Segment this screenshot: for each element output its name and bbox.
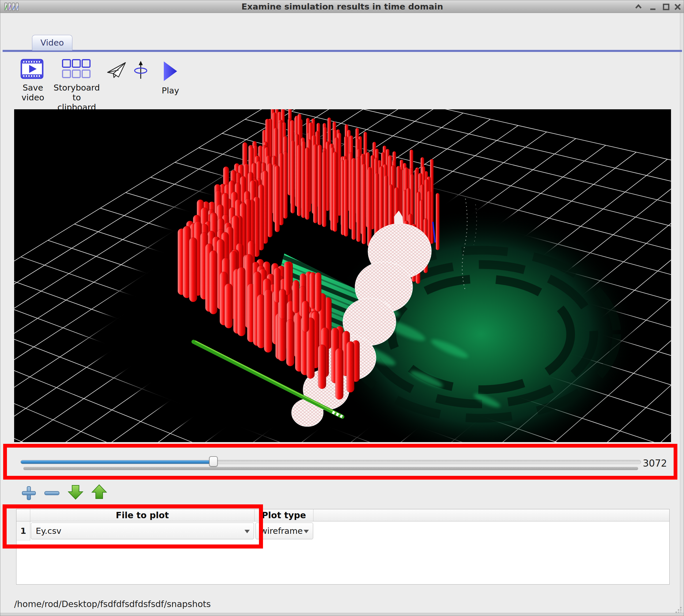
timeline-scrollbar[interactable]	[23, 467, 638, 470]
maximize-button[interactable]	[661, 2, 671, 12]
simulation-3d-canvas	[14, 109, 671, 442]
column-header-file-to-plot[interactable]: File to plot	[30, 509, 255, 522]
send-view-button[interactable]	[106, 61, 127, 79]
dropdown-arrow-icon	[245, 530, 250, 533]
files-table[interactable]: File to plot Plot type 1 Ey.csv wirefram…	[16, 509, 669, 585]
window-bottom-edge	[0, 613, 684, 616]
file-to-plot-value: Ey.csv	[36, 526, 61, 536]
timeline-slider[interactable]	[20, 460, 641, 464]
simulation-3d-view[interactable]	[14, 109, 671, 442]
close-button[interactable]	[673, 2, 683, 12]
move-row-up-button[interactable]	[91, 484, 107, 500]
timeline-slider-fill	[21, 460, 214, 464]
status-path: /home/rod/Desktop/fsdfdfsdfdsfsdf/snapsh…	[14, 599, 211, 609]
file-to-plot-dropdown[interactable]: Ey.csv	[31, 523, 254, 539]
storyboard-button[interactable]: Storyboardto clipboard	[52, 57, 101, 112]
remove-row-button[interactable]	[44, 485, 60, 501]
window-title: Examine simulation results in time domai…	[0, 0, 684, 13]
shade-button[interactable]	[634, 2, 643, 12]
add-row-button[interactable]	[21, 485, 37, 501]
storyboard-icon	[62, 59, 91, 79]
resize-grip[interactable]	[675, 606, 683, 614]
column-header-empty	[313, 509, 669, 522]
play-icon	[163, 61, 178, 82]
timeline-slider-handle[interactable]	[209, 456, 218, 467]
save-video-icon	[20, 58, 44, 81]
app-window: { "window": { "title": "Examine simulati…	[0, 0, 684, 616]
minimize-button[interactable]	[648, 2, 658, 12]
save-video-button[interactable]: Savevideo	[14, 57, 52, 112]
title-bar[interactable]: Examine simulation results in time domai…	[0, 0, 684, 13]
row-header-1[interactable]: 1	[17, 522, 30, 541]
tab-underline	[3, 50, 682, 52]
timeline-value: 3072	[643, 458, 671, 469]
move-row-down-button[interactable]	[68, 484, 83, 500]
column-header-plot-type[interactable]: Plot type	[255, 509, 313, 522]
plot-type-dropdown[interactable]: wireframe	[256, 523, 313, 539]
window-right-edge	[680, 13, 684, 613]
table-corner	[17, 509, 30, 522]
storyboard-label: Storyboardto clipboard	[52, 83, 101, 112]
tab-video[interactable]: Video	[32, 35, 72, 50]
dropdown-arrow-icon	[304, 530, 309, 533]
tab-video-label: Video	[40, 38, 64, 48]
play-button[interactable]: Play	[153, 58, 188, 101]
play-label: Play	[153, 86, 188, 95]
plot-type-value: wireframe	[260, 526, 303, 536]
save-video-label: Savevideo	[14, 83, 52, 102]
rotate-view-button[interactable]	[133, 60, 148, 79]
